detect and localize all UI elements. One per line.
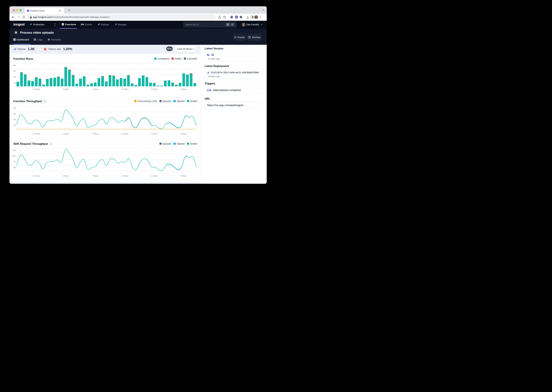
svg-text:11:30pm: 11:30pm bbox=[121, 88, 128, 90]
svg-text:3:30pm: 3:30pm bbox=[62, 133, 69, 135]
svg-text:3:30am: 3:30am bbox=[151, 88, 158, 90]
svg-text:7:30pm: 7:30pm bbox=[92, 175, 98, 177]
svg-text:80: 80 bbox=[13, 64, 16, 67]
svg-text:7:30pm: 7:30pm bbox=[92, 133, 98, 135]
svg-text:35: 35 bbox=[13, 166, 16, 169]
svg-text:3:30pm: 3:30pm bbox=[62, 88, 69, 90]
svg-text:11:30am: 11:30am bbox=[32, 175, 40, 177]
svg-text:20: 20 bbox=[13, 124, 16, 126]
svg-text:11:30am: 11:30am bbox=[32, 88, 40, 90]
svg-text:3:30am: 3:30am bbox=[151, 175, 158, 177]
svg-text:9:00am: 9:00am bbox=[180, 88, 187, 90]
svg-text:105: 105 bbox=[12, 155, 16, 157]
svg-text:9:00am: 9:00am bbox=[180, 175, 187, 177]
svg-text:11:30am: 11:30am bbox=[32, 133, 40, 135]
svg-text:3:30pm: 3:30pm bbox=[62, 175, 69, 177]
svg-text:20: 20 bbox=[13, 82, 16, 84]
svg-text:60: 60 bbox=[13, 70, 16, 72]
svg-text:11:30pm: 11:30pm bbox=[121, 133, 128, 135]
svg-text:60: 60 bbox=[13, 112, 16, 115]
svg-text:70: 70 bbox=[13, 161, 16, 163]
svg-text:140: 140 bbox=[12, 149, 16, 151]
svg-text:7:30pm: 7:30pm bbox=[92, 88, 98, 90]
svg-text:40: 40 bbox=[13, 76, 16, 78]
svg-text:80: 80 bbox=[13, 107, 16, 109]
svg-text:3:30am: 3:30am bbox=[151, 133, 158, 135]
svg-text:40: 40 bbox=[13, 118, 16, 121]
svg-text:11:30pm: 11:30pm bbox=[121, 175, 128, 177]
svg-text:9:00am: 9:00am bbox=[180, 133, 187, 135]
